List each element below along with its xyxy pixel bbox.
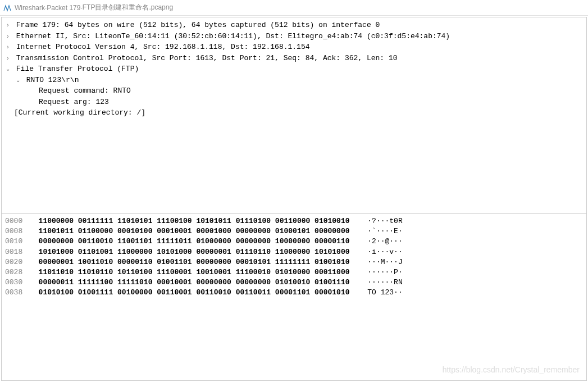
chevron-down-icon[interactable]: ⌄ xyxy=(4,65,12,73)
chevron-right-icon[interactable]: › xyxy=(4,21,12,29)
hex-ascii: ·`····E· xyxy=(350,226,403,237)
hex-offset: 0028 xyxy=(5,267,30,278)
tree-ethernet[interactable]: › Ethernet II, Src: LiteonTe_60:14:11 (3… xyxy=(2,31,586,42)
hex-offset: 0030 xyxy=(5,278,30,288)
hex-bytes: 00000011 11111100 11111010 00010001 0000… xyxy=(30,278,350,288)
tree-cwd-text: [Current working directory: /] xyxy=(14,108,145,117)
hex-offset: 0018 xyxy=(5,247,30,257)
tree-tcp-text: Transmission Control Protocol, Src Port:… xyxy=(16,54,398,62)
hex-ascii: TO 123·· xyxy=(350,288,403,298)
tree-frame[interactable]: › Frame 179: 64 bytes on wire (512 bits)… xyxy=(2,20,586,31)
tree-tcp[interactable]: › Transmission Control Protocol, Src Por… xyxy=(2,53,586,64)
tree-ethernet-text: Ethernet II, Src: LiteonTe_60:14:11 (30:… xyxy=(16,32,450,40)
tree-ftp-text: File Transfer Protocol (FTP) xyxy=(16,65,139,73)
hex-bytes: 11000000 00111111 11010101 11100100 1010… xyxy=(30,216,350,226)
tree-req-arg-text: Request arg: 123 xyxy=(39,98,109,106)
chevron-right-icon[interactable]: › xyxy=(4,32,12,40)
window-titlebar: Wireshark · Packet 179 · FTP目录创建和重命名.pca… xyxy=(0,0,588,16)
hex-bytes: 10101000 01101001 11000000 10101000 0000… xyxy=(30,247,350,257)
main-container: › Frame 179: 64 bytes on wire (512 bits)… xyxy=(1,17,587,381)
tree-ip[interactable]: › Internet Protocol Version 4, Src: 192.… xyxy=(2,42,586,53)
chevron-right-icon[interactable]: › xyxy=(4,54,12,62)
tree-ftp[interactable]: ⌄ File Transfer Protocol (FTP) xyxy=(2,63,586,75)
tree-req-cmd-text: Request command: RNTO xyxy=(39,87,131,95)
wireshark-icon xyxy=(3,4,11,12)
packet-details-pane[interactable]: › Frame 179: 64 bytes on wire (512 bits)… xyxy=(2,17,586,214)
tree-req-arg[interactable]: Request arg: 123 xyxy=(2,97,586,108)
titlebar-packet: Packet 179 xyxy=(47,4,80,12)
hex-offset: 0020 xyxy=(5,257,30,267)
hex-offset: 0000 xyxy=(5,216,30,226)
hex-ascii: ·2··@··· xyxy=(350,237,403,247)
chevron-right-icon[interactable]: › xyxy=(4,43,12,51)
tree-rnto-text: RNTO 123\r\n xyxy=(26,76,79,84)
tree-rnto[interactable]: ⌄ RNTO 123\r\n xyxy=(2,75,586,86)
hex-row[interactable]: 0030 00000011 11111100 11111010 00010001… xyxy=(5,278,583,288)
hex-bytes: 11001011 01100000 00010100 00010001 0000… xyxy=(30,226,350,237)
hex-ascii: ······RN xyxy=(350,278,403,288)
hex-bytes: 01010100 01001111 00100000 00110001 0011… xyxy=(30,288,350,298)
hex-row[interactable]: 0020 00000001 10011010 00000110 01001101… xyxy=(5,257,583,267)
hex-ascii: ·?···t0R xyxy=(350,216,403,226)
hex-row[interactable]: 0028 11011010 11010110 10110100 11100001… xyxy=(5,267,583,278)
hex-ascii: ······P· xyxy=(350,267,403,278)
hex-offset: 0010 xyxy=(5,237,30,247)
hex-offset: 0038 xyxy=(5,288,30,298)
hex-row[interactable]: 0000 11000000 00111111 11010101 11100100… xyxy=(5,216,583,226)
hex-row[interactable]: 0008 11001011 01100000 00010100 00010001… xyxy=(5,226,583,237)
tree-frame-text: Frame 179: 64 bytes on wire (512 bits), … xyxy=(16,21,380,29)
hex-bytes: 00000001 10011010 00000110 01001101 0000… xyxy=(30,257,350,267)
hex-row[interactable]: 0038 01010100 01001111 00100000 00110001… xyxy=(5,288,583,298)
titlebar-filename: FTP目录创建和重命名.pcapng xyxy=(83,3,173,12)
hex-row[interactable]: 0010 00000000 00110010 11001101 11111011… xyxy=(5,237,583,247)
chevron-down-icon[interactable]: ⌄ xyxy=(14,76,22,84)
hex-offset: 0008 xyxy=(5,226,30,237)
hex-row[interactable]: 0018 10101000 01101001 11000000 10101000… xyxy=(5,247,583,257)
titlebar-app: Wireshark xyxy=(15,4,45,12)
hex-dump-pane[interactable]: 0000 11000000 00111111 11010101 11100100… xyxy=(2,214,586,380)
hex-bytes: 11011010 11010110 10110100 11100001 1001… xyxy=(30,267,350,278)
hex-ascii: ·i···v·· xyxy=(350,247,403,257)
tree-cwd[interactable]: [Current working directory: /] xyxy=(2,107,586,119)
watermark-text: https://blog.csdn.net/Crystal_remember xyxy=(443,365,580,376)
tree-req-cmd[interactable]: Request command: RNTO xyxy=(2,85,586,97)
hex-bytes: 00000000 00110010 11001101 11111011 0100… xyxy=(30,237,350,247)
tree-ip-text: Internet Protocol Version 4, Src: 192.16… xyxy=(16,43,310,51)
hex-ascii: ···M···J xyxy=(350,257,403,267)
